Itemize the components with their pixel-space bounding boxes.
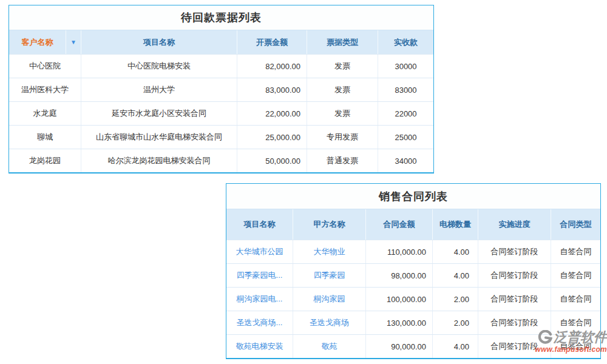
cell-customer: 聊城 xyxy=(9,126,81,149)
project-link[interactable]: 敬苑电梯安装 xyxy=(226,335,293,358)
cell-progress: 合同签订阶段 xyxy=(478,311,551,334)
cell-bill-type: 普通发票 xyxy=(307,149,378,172)
cell-amount: 98,000.00 xyxy=(366,264,433,287)
cell-bill-type: 发票 xyxy=(307,102,378,125)
table-row: 聊城 山东省聊城市山水华庭电梯安装合同 25,000.00 专用发票 25000 xyxy=(9,125,433,149)
cell-customer: 中心医院 xyxy=(9,55,81,78)
cell-received: 83000 xyxy=(378,78,433,101)
project-link[interactable]: 大华城市公园 xyxy=(226,240,293,263)
cell-project: 中心医院电梯安装 xyxy=(81,55,237,78)
column-header-bill-type: 票据类型 xyxy=(307,30,378,54)
cell-received: 34000 xyxy=(378,149,433,172)
table-row: 龙岗花园 哈尔滨龙岗花园电梯安装合同 50,000.00 普通发票 34000 xyxy=(9,149,433,172)
cell-project: 山东省聊城市山水华庭电梯安装合同 xyxy=(81,126,237,149)
cell-amount: 83,000.00 xyxy=(237,78,307,101)
table-row: 四季豪园电... 四季豪园 98,000.00 4.00 合同签订阶段 自签合同 xyxy=(226,263,600,287)
column-header-amount: 合同金额 xyxy=(366,209,433,240)
bills-table-header: 客户名称 ▼ 项目名称 开票金额 票据类型 实收款 xyxy=(9,30,433,54)
cell-amount: 50,000.00 xyxy=(237,149,307,172)
table-row: 敬苑电梯安装 敬苑 90,000.00 4.00 合同签订阶段 自签合同 xyxy=(226,334,600,358)
cell-contract-type: 自签合同 xyxy=(551,240,600,263)
cell-contract-type: 自签合同 xyxy=(551,335,600,358)
cell-bill-type: 专用发票 xyxy=(307,126,378,149)
customer-filter-dropdown[interactable]: ▼ xyxy=(66,30,81,54)
table-row: 圣迭戈商场... 圣迭戈商场 130,000.00 2.00 合同签订阶段 自签… xyxy=(226,311,600,334)
cell-progress: 合同签订阶段 xyxy=(478,288,551,311)
column-header-customer[interactable]: 客户名称 xyxy=(9,30,66,54)
cell-contract-type: 自签合同 xyxy=(551,288,600,311)
cell-amount: 25,000.00 xyxy=(237,126,307,149)
cell-contract-type: 自签合同 xyxy=(551,264,600,287)
cell-quantity: 4.00 xyxy=(433,264,478,287)
contracts-table-header: 项目名称 甲方名称 合同金额 电梯数量 实施进度 合同类型 xyxy=(226,209,600,240)
cell-customer: 温州医科大学 xyxy=(9,78,81,101)
table-row: 中心医院 中心医院电梯安装 82,000.00 发票 30000 xyxy=(9,54,433,78)
cell-received: 22000 xyxy=(378,102,433,125)
cell-amount: 90,000.00 xyxy=(366,335,433,358)
cell-bill-type: 发票 xyxy=(307,55,378,78)
contracts-table-title: 销售合同列表 xyxy=(226,184,600,209)
column-header-party: 甲方名称 xyxy=(293,209,366,240)
cell-amount: 22,000.00 xyxy=(237,102,307,125)
cell-customer: 水龙庭 xyxy=(9,102,81,125)
cell-quantity: 2.00 xyxy=(433,311,478,334)
cell-project: 温州大学 xyxy=(81,78,237,101)
party-link[interactable]: 敬苑 xyxy=(293,335,366,358)
dashboard-page: 待回款票据列表 客户名称 ▼ 项目名称 开票金额 票据类型 实收款 中心医院 中… xyxy=(0,0,607,364)
cell-quantity: 2.00 xyxy=(433,288,478,311)
cell-amount: 130,000.00 xyxy=(366,311,433,334)
column-header-project: 项目名称 xyxy=(81,30,237,54)
cell-bill-type: 发票 xyxy=(307,78,378,101)
table-row: 桐沟家园电... 桐沟家园 100,000.00 2.00 合同签订阶段 自签合… xyxy=(226,287,600,311)
contracts-table: 销售合同列表 项目名称 甲方名称 合同金额 电梯数量 实施进度 合同类型 大华城… xyxy=(226,183,601,359)
project-link[interactable]: 四季豪园电... xyxy=(226,264,293,287)
cell-amount: 110,000.00 xyxy=(366,240,433,263)
table-row: 温州医科大学 温州大学 83,000.00 发票 83000 xyxy=(9,78,433,101)
cell-progress: 合同签订阶段 xyxy=(478,240,551,263)
chevron-down-icon: ▼ xyxy=(70,39,76,46)
cell-progress: 合同签订阶段 xyxy=(478,264,551,287)
bills-table-title: 待回款票据列表 xyxy=(9,5,433,30)
project-link[interactable]: 圣迭戈商场... xyxy=(226,311,293,334)
cell-contract-type: 自签合同 xyxy=(551,311,600,334)
column-header-contract-type: 合同类型 xyxy=(551,209,600,240)
party-link[interactable]: 大华物业 xyxy=(293,240,366,263)
cell-received: 30000 xyxy=(378,55,433,78)
cell-amount: 100,000.00 xyxy=(366,288,433,311)
table-row: 水龙庭 延安市水龙庭小区安装合同 22,000.00 发票 22000 xyxy=(9,101,433,125)
party-link[interactable]: 圣迭戈商场 xyxy=(293,311,366,334)
cell-quantity: 4.00 xyxy=(433,335,478,358)
column-header-quantity: 电梯数量 xyxy=(433,209,478,240)
table-row: 大华城市公园 大华物业 110,000.00 4.00 合同签订阶段 自签合同 xyxy=(226,240,600,263)
cell-project: 延安市水龙庭小区安装合同 xyxy=(81,102,237,125)
cell-project: 哈尔滨龙岗花园电梯安装合同 xyxy=(81,149,237,172)
bills-table: 待回款票据列表 客户名称 ▼ 项目名称 开票金额 票据类型 实收款 中心医院 中… xyxy=(8,5,434,174)
cell-received: 25000 xyxy=(378,126,433,149)
cell-quantity: 4.00 xyxy=(433,240,478,263)
cell-customer: 龙岗花园 xyxy=(9,149,81,172)
party-link[interactable]: 桐沟家园 xyxy=(293,288,366,311)
column-header-amount: 开票金额 xyxy=(237,30,307,54)
cell-amount: 82,000.00 xyxy=(237,55,307,78)
project-link[interactable]: 桐沟家园电... xyxy=(226,288,293,311)
party-link[interactable]: 四季豪园 xyxy=(293,264,366,287)
column-header-project: 项目名称 xyxy=(226,209,293,240)
column-header-received: 实收款 xyxy=(378,30,433,54)
column-header-progress: 实施进度 xyxy=(478,209,551,240)
cell-progress: 合同签订阶段 xyxy=(478,335,551,358)
